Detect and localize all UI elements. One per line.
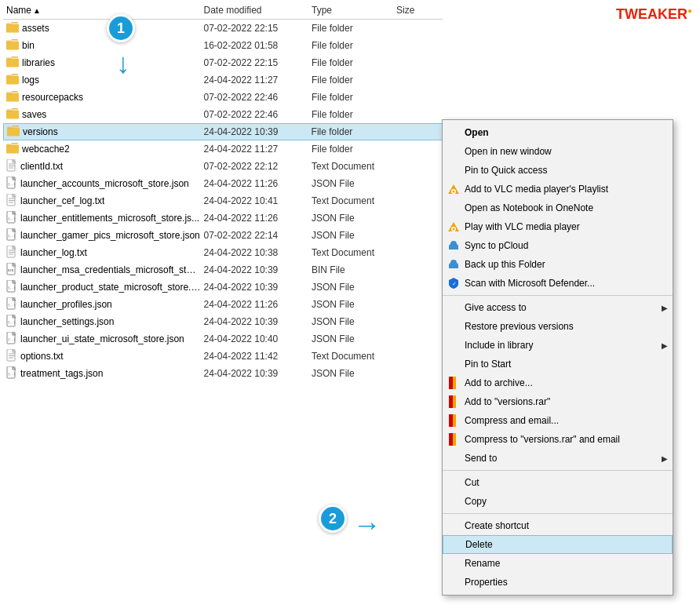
file-row[interactable]: libraries 07-02-2022 22:15 File folder <box>3 54 443 71</box>
file-name: launcher_cef_log.txt <box>3 194 203 209</box>
file-type-icon <box>7 126 20 139</box>
col-header-type[interactable]: Type <box>312 5 396 16</box>
context-menu-item[interactable]: Compress and email... <box>443 411 673 430</box>
file-type-icon: {..} <box>6 177 17 191</box>
context-menu-item[interactable]: Open in new window <box>443 142 673 161</box>
file-row[interactable]: bin 16-02-2022 01:58 File folder <box>3 37 443 54</box>
file-row[interactable]: {..} launcher_accounts_microsoft_store.j… <box>3 175 443 192</box>
context-menu-item[interactable]: Compress to "versions.rar" and email <box>443 430 673 449</box>
file-name-label: launcher_entitlements_microsoft_store.js… <box>20 213 199 224</box>
submenu-arrow: ▶ <box>662 304 668 312</box>
cm-item-icon <box>447 164 460 177</box>
file-date: 24-04-2022 10:40 <box>203 333 312 344</box>
context-menu-item[interactable]: Add to archive... <box>443 373 673 392</box>
svg-rect-69 <box>453 395 456 408</box>
file-row[interactable]: {..} launcher_ui_state_microsoft_store.j… <box>3 330 443 348</box>
file-type: File folder <box>312 57 396 68</box>
cm-separator <box>443 470 673 471</box>
context-menu-item[interactable]: Send to ▶ <box>443 449 673 468</box>
file-row[interactable]: clientId.txt 07-02-2022 22:12 Text Docum… <box>3 158 443 175</box>
cm-item-icon <box>447 220 460 233</box>
context-menu-item[interactable]: Include in library ▶ <box>443 336 673 355</box>
file-name-label: logs <box>22 75 39 86</box>
cm-item-icon <box>447 320 460 333</box>
file-name: {..} launcher_gamer_pics_microsoft_store… <box>3 228 203 243</box>
context-menu-item[interactable]: Open as Notebook in OneNote <box>443 199 673 217</box>
context-menu-item[interactable]: Create shortcut <box>443 516 673 535</box>
svg-rect-59 <box>449 246 458 250</box>
svg-rect-66 <box>453 377 456 389</box>
context-menu-item[interactable]: Pin to Start <box>443 355 673 373</box>
context-menu-item[interactable]: Cut <box>443 473 673 492</box>
svg-rect-63 <box>449 265 458 268</box>
file-name-label: launcher_gamer_pics_microsoft_store.json <box>20 230 200 241</box>
file-name: logs <box>3 74 203 87</box>
file-row[interactable]: launcher_log.txt 24-04-2022 10:38 Text D… <box>3 244 443 261</box>
file-type: Text Document <box>312 195 396 206</box>
context-menu-item[interactable]: Back up this Folder <box>443 255 673 274</box>
svg-rect-75 <box>453 433 456 446</box>
svg-rect-67 <box>449 377 451 389</box>
file-row[interactable]: {..} launcher_entitlements_microsoft_sto… <box>3 209 443 227</box>
file-type-icon: {..} <box>6 280 17 295</box>
file-name: options.txt <box>3 349 203 364</box>
context-menu-item[interactable]: ✓ Scan with Microsoft Defender... <box>443 274 673 293</box>
file-name-label: launcher_settings.json <box>20 316 114 327</box>
file-row[interactable]: {..} treatment_tags.json 24-04-2022 10:3… <box>3 365 443 382</box>
file-row[interactable]: {..} launcher_product_state_microsoft_st… <box>3 279 443 296</box>
file-name: BIN launcher_msa_credentials_microsoft_s… <box>3 263 203 278</box>
file-row[interactable]: BIN launcher_msa_credentials_microsoft_s… <box>3 261 443 279</box>
file-row[interactable]: assets 07-02-2022 22:15 File folder <box>3 20 443 37</box>
context-menu-item[interactable]: Sync to pCloud <box>443 236 673 255</box>
cm-item-label: Cut <box>465 477 479 488</box>
context-menu-item[interactable]: Properties <box>443 573 673 592</box>
context-menu-item[interactable]: Rename <box>443 554 673 573</box>
file-row[interactable]: versions 24-04-2022 10:39 File folder <box>3 123 443 140</box>
cm-item-label: Scan with Microsoft Defender... <box>465 278 595 289</box>
file-date: 16-02-2022 01:58 <box>203 40 312 51</box>
file-type-icon <box>6 74 19 87</box>
context-menu-item[interactable]: Add to VLC media player's Playlist <box>443 180 673 199</box>
context-menu-item[interactable]: Add to "versions.rar" <box>443 392 673 411</box>
file-row[interactable]: {..} launcher_gamer_pics_microsoft_store… <box>3 227 443 244</box>
file-name: assets <box>3 22 203 35</box>
cm-item-label: Sync to pCloud <box>465 240 528 251</box>
context-menu-item[interactable]: Open <box>443 123 673 142</box>
col-header-date[interactable]: Date modified <box>203 5 312 16</box>
tweakers-logo: TWEAKER● <box>616 6 692 23</box>
file-row[interactable]: webcache2 24-04-2022 11:27 File folder <box>3 140 443 158</box>
file-date: 24-04-2022 11:26 <box>203 213 312 224</box>
context-menu-item[interactable]: Give access to ▶ <box>443 298 673 317</box>
context-menu-item[interactable]: Delete <box>443 535 673 554</box>
cm-item-label: Add to "versions.rar" <box>465 396 550 407</box>
file-row[interactable]: options.txt 24-04-2022 11:42 Text Docume… <box>3 348 443 365</box>
context-menu-item[interactable]: Copy <box>443 492 673 511</box>
context-menu-item[interactable]: Pin to Quick access <box>443 161 673 180</box>
col-header-name[interactable]: Name ▲ <box>3 5 203 16</box>
context-menu-item[interactable]: Restore previous versions <box>443 317 673 336</box>
cm-item-label: Open <box>465 127 489 138</box>
file-row[interactable]: {..} launcher_profiles.json 24-04-2022 1… <box>3 296 443 313</box>
context-menu-item[interactable]: Play with VLC media player <box>443 217 673 236</box>
file-name-label: assets <box>22 23 49 34</box>
file-name: resourcepacks <box>3 91 203 104</box>
cm-item-icon <box>447 452 460 464</box>
file-type-icon: BIN <box>6 263 17 278</box>
file-type-icon <box>6 22 19 35</box>
file-row[interactable]: {..} launcher_settings.json 24-04-2022 1… <box>3 313 443 330</box>
file-name-label: clientId.txt <box>20 161 63 172</box>
file-type: Text Document <box>312 247 396 258</box>
file-type: JSON File <box>312 368 396 379</box>
cm-item-icon <box>448 538 461 551</box>
file-row[interactable]: saves 07-02-2022 22:46 File folder <box>3 106 443 123</box>
file-row[interactable]: launcher_cef_log.txt 24-04-2022 10:41 Te… <box>3 192 443 209</box>
file-type-icon: {..} <box>6 332 17 347</box>
file-date: 07-02-2022 22:15 <box>203 23 312 34</box>
file-row[interactable]: resourcepacks 07-02-2022 22:46 File fold… <box>3 89 443 106</box>
svg-point-62 <box>450 260 457 266</box>
cm-item-label: Open in new window <box>465 146 552 157</box>
file-row[interactable]: logs 24-04-2022 11:27 File folder <box>3 71 443 89</box>
cm-item-label: Compress to "versions.rar" and email <box>465 434 620 445</box>
col-header-size[interactable]: Size <box>396 5 443 16</box>
file-name-label: versions <box>23 126 58 137</box>
